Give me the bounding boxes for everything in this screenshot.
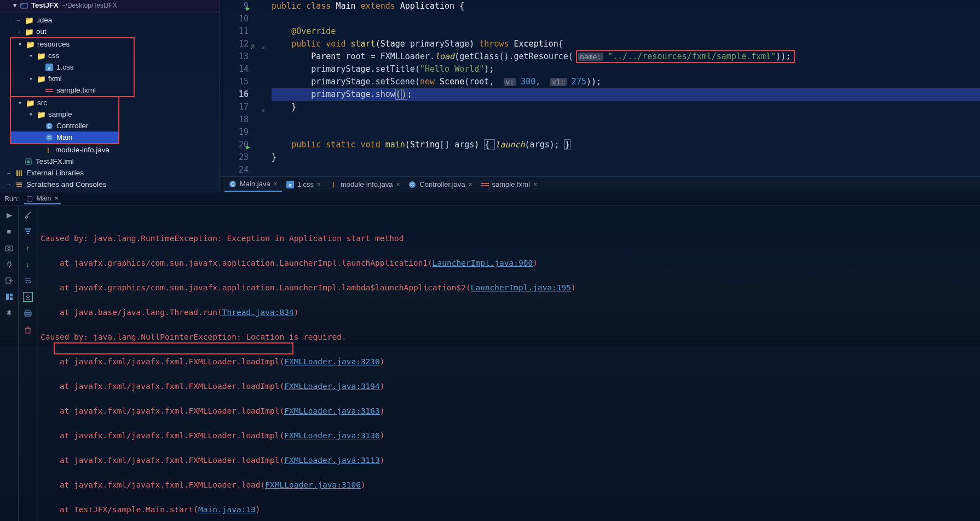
folder-icon: 📁 xyxy=(25,16,33,25)
tree-item-src[interactable]: ▾ 📁 src xyxy=(11,97,118,108)
brush-icon[interactable] xyxy=(23,210,33,220)
close-icon[interactable]: × xyxy=(55,194,59,202)
filter-icon[interactable] xyxy=(23,226,33,236)
stacktrace-link[interactable]: FXMLLoader.java:3113 xyxy=(284,456,380,465)
tree-item-fxml[interactable]: ▾ 📁 fxml xyxy=(11,73,134,84)
tab-sample-fxml[interactable]: sample.fxml × xyxy=(477,178,541,192)
close-icon[interactable]: × xyxy=(533,181,537,188)
class-icon: C xyxy=(45,133,54,142)
svg-rect-4 xyxy=(45,91,53,92)
stacktrace-link[interactable]: FXMLLoader.java:3106 xyxy=(265,480,361,489)
tree-item-css-file[interactable]: # 1.css xyxy=(11,61,134,73)
chevron-down-icon: ▾ xyxy=(27,53,34,59)
folder-icon: 📁 xyxy=(25,27,33,36)
gutter[interactable]: ▶ 9 10 11 @ ⊟ 12 13 14 15 16 ⊟ 17 18 19 … xyxy=(220,0,258,176)
svg-text:#: # xyxy=(289,182,291,188)
java-file-icon xyxy=(44,146,53,154)
tree-item-idea[interactable]: → 📁 .idea xyxy=(0,14,220,26)
stacktrace-link[interactable]: FXMLLoader.java:3230 xyxy=(284,357,380,366)
svg-text:C: C xyxy=(48,135,51,140)
exit-icon[interactable] xyxy=(4,276,14,285)
tree-item-main[interactable]: C Main xyxy=(11,131,118,143)
run-gutter-icon[interactable]: ▶ xyxy=(246,2,250,15)
svg-text:#: # xyxy=(48,65,50,71)
chevron-down-icon: ▾ xyxy=(16,100,23,106)
svg-rect-23 xyxy=(481,183,489,184)
chevron-down-icon: ▾ xyxy=(16,41,23,47)
override-gutter-icon[interactable]: @ xyxy=(251,40,255,53)
run-header: Run: ▢ Main × xyxy=(0,192,980,205)
tree-item-scratches[interactable]: → Scratches and Consoles xyxy=(0,179,220,190)
tree-item-ext-libs[interactable]: → External Libraries xyxy=(0,167,220,179)
tree-item-module-info[interactable]: module-info.java xyxy=(0,144,220,156)
chevron-down-icon: ▾ xyxy=(27,111,34,117)
stacktrace-link[interactable]: FXMLLoader.java:3163 xyxy=(284,407,380,415)
svg-rect-13 xyxy=(21,170,22,176)
svg-rect-3 xyxy=(45,89,53,90)
editor-tabs: C Main.java × # 1.css × module-info.java… xyxy=(220,176,980,192)
highlight-box xyxy=(54,342,293,354)
close-icon[interactable]: × xyxy=(317,181,321,188)
fxml-file-icon xyxy=(481,181,489,188)
svg-rect-10 xyxy=(27,161,30,163)
project-tree-panel: ▾ TestJFX ~/Desktop/TestJFX → 📁 .idea → … xyxy=(0,0,220,192)
css-file-icon: # xyxy=(286,181,294,188)
svg-rect-15 xyxy=(16,184,22,185)
console-output[interactable]: Caused by: java.lang.RuntimeException: E… xyxy=(37,205,980,521)
code-lines[interactable]: public class Main extends Application { … xyxy=(258,0,980,176)
camera-icon[interactable] xyxy=(4,243,14,253)
close-icon[interactable]: × xyxy=(274,180,278,188)
stacktrace-link[interactable]: Main.java:13 xyxy=(198,505,256,514)
tab-css[interactable]: # 1.css × xyxy=(282,178,325,192)
tree-item-fxml-file[interactable]: sample.fxml xyxy=(11,84,134,96)
close-icon[interactable]: × xyxy=(469,181,472,188)
svg-rect-37 xyxy=(26,328,30,333)
svg-text:C: C xyxy=(48,123,51,129)
stacktrace-link[interactable]: LauncherImpl.java:195 xyxy=(471,283,571,292)
svg-rect-14 xyxy=(16,182,22,184)
css-file-icon: # xyxy=(45,63,54,72)
down-arrow-icon[interactable]: ↓ xyxy=(23,259,33,269)
tree-item-out[interactable]: → 📁 out xyxy=(0,26,220,37)
run-gutter-icon[interactable]: ▶ xyxy=(246,141,250,153)
tab-module-info[interactable]: module-info.java × xyxy=(325,178,404,192)
svg-rect-25 xyxy=(5,246,13,251)
print-icon[interactable] xyxy=(23,308,33,318)
code-area[interactable]: ▶ 9 10 11 @ ⊟ 12 13 14 15 16 ⊟ 17 18 19 … xyxy=(220,0,980,176)
highlight-box xyxy=(576,50,795,63)
stacktrace-link[interactable]: FXMLLoader.java:3136 xyxy=(284,431,380,440)
folder-icon: 📁 xyxy=(26,40,34,49)
tree-item-css[interactable]: ▾ 📁 css xyxy=(11,50,134,61)
tab-main-java[interactable]: C Main.java × xyxy=(224,178,282,192)
pin-icon[interactable] xyxy=(4,308,14,318)
rerun-button[interactable]: ▶ xyxy=(4,210,14,220)
trash-icon[interactable] xyxy=(23,325,33,335)
svg-rect-33 xyxy=(27,233,29,234)
chevron-down-icon: ▾ xyxy=(27,76,34,82)
tree-item-sample[interactable]: ▾ 📁 sample xyxy=(11,108,118,120)
tree-item-controller[interactable]: C Controller xyxy=(11,120,118,131)
run-config-tab[interactable]: ▢ Main × xyxy=(24,193,60,204)
wrap-icon[interactable] xyxy=(23,276,33,285)
tree-item-iml[interactable]: TestJFX.iml xyxy=(0,156,220,167)
layout-icon[interactable] xyxy=(4,292,14,302)
scratches-icon xyxy=(15,180,24,189)
svg-rect-31 xyxy=(25,228,31,230)
close-icon[interactable]: × xyxy=(396,181,400,188)
stacktrace-link[interactable]: LauncherImpl.java:900 xyxy=(433,259,533,267)
stacktrace-link[interactable]: FXMLLoader.java:3194 xyxy=(284,382,380,391)
scroll-to-end-icon[interactable] xyxy=(23,292,33,302)
stacktrace-link[interactable]: Thread.java:834 xyxy=(222,308,294,317)
package-icon: 📁 xyxy=(37,110,45,119)
chevron-right-icon: → xyxy=(15,17,22,23)
project-root-row[interactable]: ▾ TestJFX ~/Desktop/TestJFX xyxy=(0,0,220,13)
stop-button[interactable]: ■ xyxy=(4,226,14,236)
plug-icon[interactable] xyxy=(4,259,14,269)
src-folder-icon: 📁 xyxy=(26,99,34,107)
iml-file-icon xyxy=(24,157,33,166)
svg-point-26 xyxy=(8,247,10,250)
tab-controller[interactable]: C Controller.java × xyxy=(404,178,476,192)
tree-item-resources[interactable]: ▾ 📁 resources xyxy=(11,38,134,50)
up-arrow-icon[interactable]: ↑ xyxy=(23,243,33,253)
chevron-right-icon: → xyxy=(5,170,12,176)
